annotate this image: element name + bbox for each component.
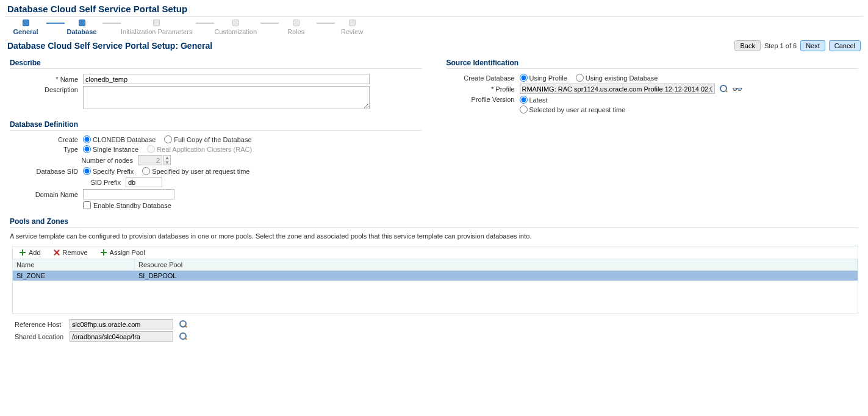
radio-single-instance[interactable]: Single Instance <box>83 145 138 153</box>
description-input[interactable] <box>83 86 370 109</box>
connector <box>317 23 335 24</box>
radio-using-profile[interactable]: Using Profile <box>520 74 567 82</box>
search-icon[interactable] <box>179 332 188 341</box>
add-button[interactable]: Add <box>16 248 43 257</box>
cell-zone-name: SI_ZONE <box>13 271 135 281</box>
back-button[interactable]: Back <box>734 40 760 51</box>
step-review[interactable]: Review <box>335 20 369 35</box>
nodes-spinner: ▲▼ <box>138 155 171 165</box>
sid-label: Database SID <box>10 168 83 175</box>
refhost-label: Reference Host <box>15 321 70 328</box>
type-label: Type <box>10 146 83 153</box>
name-label: Name <box>10 76 83 83</box>
step-indicator: Step 1 of 6 <box>764 42 797 49</box>
divider <box>5 16 863 17</box>
glasses-icon[interactable]: 👓 <box>732 85 742 93</box>
profile-label: Profile <box>447 85 520 93</box>
col-pool[interactable]: Resource Pool <box>135 259 858 270</box>
radio-rac: Real Application Clusters (RAC) <box>147 145 252 153</box>
step-database[interactable]: Database <box>65 20 99 35</box>
plus-icon <box>19 249 26 256</box>
radio-selected-by-user[interactable]: Selected by user at request time <box>520 106 626 113</box>
shared-input[interactable] <box>70 331 173 342</box>
create-db-label: Create Database <box>447 74 520 82</box>
radio-specify-prefix[interactable]: Specify Prefix <box>83 167 134 175</box>
assign-pool-button[interactable]: Assign Pool <box>98 248 148 257</box>
step-customization[interactable]: Customization <box>214 20 257 35</box>
profile-input[interactable] <box>520 84 715 94</box>
radio-clonedb[interactable]: CLONEDB Database <box>83 135 156 143</box>
radio-latest[interactable]: Latest <box>520 96 548 104</box>
shared-label: Shared Location <box>15 333 70 340</box>
sid-prefix-input[interactable] <box>126 177 162 187</box>
x-icon <box>53 249 60 256</box>
section-describe: Describe <box>10 59 422 67</box>
radio-using-existing[interactable]: Using existing Database <box>576 74 658 82</box>
enable-standby-checkbox[interactable]: Enable Standby Database <box>83 201 171 209</box>
step-roles[interactable]: Roles <box>279 20 313 35</box>
table-row[interactable]: SI_ZONE SI_DBPOOL <box>13 271 858 281</box>
col-name[interactable]: Name <box>13 259 135 270</box>
section-source: Source Identification <box>447 59 859 67</box>
step-init-params[interactable]: Initialization Parameters <box>121 20 192 35</box>
radio-full-copy[interactable]: Full Copy of the Database <box>164 135 251 143</box>
profile-version-label: Profile Version <box>447 96 520 103</box>
search-icon[interactable] <box>720 85 728 93</box>
name-input[interactable] <box>83 74 370 84</box>
pools-description: A service template can be configured to … <box>10 232 858 240</box>
refhost-input[interactable] <box>70 319 173 329</box>
create-label: Create <box>10 136 83 143</box>
cancel-button[interactable]: Cancel <box>829 40 861 51</box>
domain-label: Domain Name <box>10 191 83 198</box>
radio-user-request[interactable]: Specified by user at request time <box>142 167 249 175</box>
domain-input[interactable] <box>83 189 174 199</box>
cell-pool-name: SI_DBPOOL <box>135 271 858 281</box>
pools-grid: Name Resource Pool SI_ZONE SI_DBPOOL <box>12 259 858 314</box>
description-label: Description <box>10 86 83 93</box>
section-pools: Pools and Zones <box>10 217 858 226</box>
next-button[interactable]: Next <box>800 40 825 51</box>
connector <box>260 23 279 24</box>
connector <box>102 23 121 24</box>
nodes-input <box>138 155 162 165</box>
section-title-general: Database Cloud Self Service Portal Setup… <box>7 41 212 51</box>
page-title: Database Cloud Self Service Portal Setup <box>5 0 863 15</box>
connector <box>46 23 65 24</box>
pools-toolbar: Add Remove Assign Pool <box>12 246 858 259</box>
section-dbdef: Database Definition <box>10 120 422 129</box>
plus-icon <box>100 249 107 256</box>
step-general[interactable]: General <box>9 20 43 35</box>
spinner-arrows-icon: ▲▼ <box>163 155 171 165</box>
search-icon[interactable] <box>179 320 188 329</box>
remove-button[interactable]: Remove <box>51 248 90 257</box>
nodes-label: Number of nodes <box>10 157 138 164</box>
wizard-train: General Database Initialization Paramete… <box>9 20 863 35</box>
sid-prefix-label: SID Prefix <box>10 179 126 186</box>
connector <box>196 23 214 24</box>
